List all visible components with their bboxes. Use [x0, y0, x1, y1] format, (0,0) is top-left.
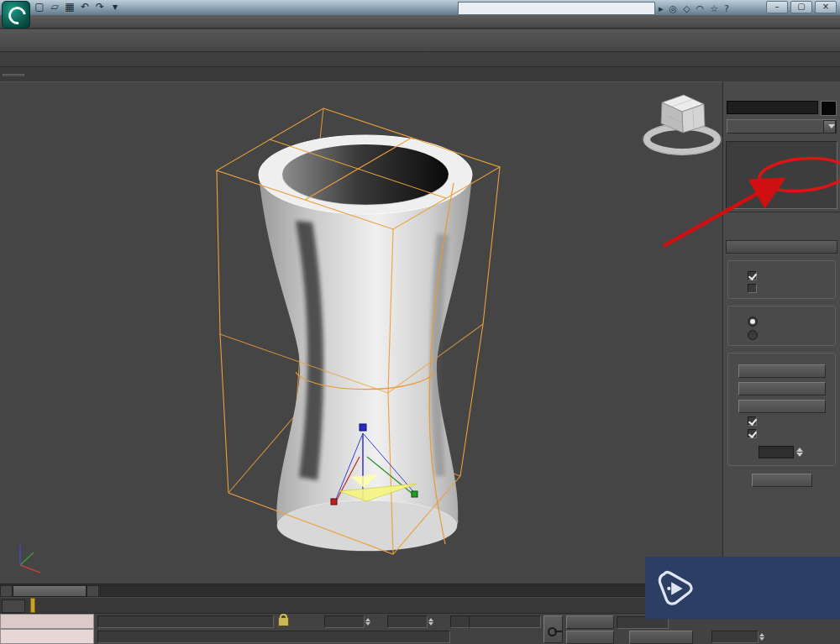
- reset-button[interactable]: [738, 364, 826, 378]
- inside-points-checkbox[interactable]: [748, 416, 757, 426]
- x-coord-spinner[interactable]: [365, 615, 372, 627]
- ribbon-panel-row: [0, 68, 840, 82]
- prompt-line: [97, 631, 450, 643]
- control-points-group: [727, 353, 836, 466]
- communication-center-icon[interactable]: ◠: [696, 3, 705, 14]
- set-keys-mode-button[interactable]: [566, 631, 614, 644]
- mini-curve-editor-button[interactable]: [2, 599, 25, 613]
- time-slider-track[interactable]: [100, 585, 722, 597]
- maxscript-listener-input[interactable]: [0, 629, 94, 644]
- command-panel-tabs: [723, 81, 840, 98]
- main-toolbar: [0, 29, 840, 52]
- viewport-canvas[interactable]: [0, 81, 722, 584]
- lattice-checkbox[interactable]: [748, 271, 757, 280]
- ribbon-tabs: [0, 52, 840, 67]
- gizmo-y-handle[interactable]: [412, 491, 417, 497]
- offset-field[interactable]: [759, 446, 794, 458]
- title-bar: ▢▱▦↶↷▾ ▸◎◇◠☆? –▢×: [0, 0, 840, 15]
- viewport-navigation-controls: [786, 615, 838, 644]
- ffd-parameters-rollout[interactable]: [726, 240, 837, 254]
- application-menu-button[interactable]: [2, 1, 30, 29]
- auto-key-button[interactable]: [566, 615, 614, 629]
- viewport-3d-scene: [0, 82, 722, 584]
- time-slider-handle[interactable]: [13, 585, 87, 597]
- modifier-stack-toolbar: [723, 212, 840, 229]
- view-cube[interactable]: [643, 95, 722, 154]
- binoculars-icon[interactable]: ◎: [669, 3, 678, 14]
- outside-points-checkbox[interactable]: [748, 429, 757, 438]
- set-key-button[interactable]: [543, 615, 563, 643]
- offset-spinner[interactable]: [796, 446, 805, 458]
- current-frame-field[interactable]: [711, 631, 759, 643]
- search-input[interactable]: [458, 2, 655, 15]
- track-bar[interactable]: [0, 597, 722, 613]
- animate-all-button[interactable]: [738, 382, 826, 395]
- frame-spinner[interactable]: [759, 631, 766, 642]
- grid-size-display: [469, 615, 541, 628]
- previous-frame-button[interactable]: [0, 585, 13, 597]
- close-button[interactable]: ×: [815, 1, 837, 13]
- world-axis-tripod: [20, 545, 40, 573]
- object-name-field[interactable]: [727, 101, 818, 114]
- search-arrow-icon[interactable]: ▸: [659, 3, 664, 14]
- all-vertices-radio[interactable]: [748, 330, 758, 340]
- watermark-logo-icon: [656, 568, 695, 607]
- maximize-button[interactable]: ▢: [790, 1, 812, 13]
- gizmo-z-handle[interactable]: [360, 424, 366, 431]
- watermark: [645, 557, 840, 619]
- command-panel: [722, 81, 840, 613]
- favorites-icon[interactable]: ☆: [710, 3, 718, 14]
- selection-lock-icon[interactable]: [278, 617, 289, 626]
- time-slider[interactable]: [0, 584, 722, 597]
- modifier-stack: [726, 141, 837, 209]
- object-color-swatch[interactable]: [821, 101, 837, 116]
- x-coord-field[interactable]: [324, 615, 365, 628]
- subscription-icon[interactable]: ◇: [683, 3, 690, 14]
- help-icon[interactable]: ?: [724, 3, 729, 14]
- current-frame-marker[interactable]: [30, 598, 35, 613]
- minimize-button[interactable]: –: [766, 1, 788, 13]
- infocenter-icons: ▸◎◇◠☆?: [659, 3, 729, 14]
- display-group: [727, 260, 836, 299]
- selection-status: [97, 615, 274, 628]
- deform-group: [727, 306, 836, 346]
- tab-polygon-modeling[interactable]: [3, 74, 24, 76]
- only-in-volume-radio[interactable]: [748, 317, 758, 327]
- 3ds-max-window: ▢▱▦↶↷▾ ▸◎◇◠☆? –▢×: [0, 0, 840, 644]
- menu-bar: [0, 15, 840, 29]
- next-frame-button[interactable]: [87, 585, 99, 597]
- y-coord-field[interactable]: [387, 615, 428, 628]
- key-filters-button[interactable]: [629, 631, 693, 644]
- window-controls: –▢×: [766, 1, 837, 13]
- y-coord-spinner[interactable]: [428, 615, 435, 627]
- modifier-list-arrow[interactable]: [823, 120, 836, 134]
- maxscript-listener-output[interactable]: [0, 614, 94, 629]
- gizmo-x-handle[interactable]: [331, 499, 337, 505]
- modifier-list-dropdown[interactable]: [727, 119, 837, 134]
- about-button[interactable]: [752, 474, 812, 487]
- source-volume-checkbox[interactable]: [748, 284, 757, 293]
- conform-to-shape-button[interactable]: [738, 400, 826, 413]
